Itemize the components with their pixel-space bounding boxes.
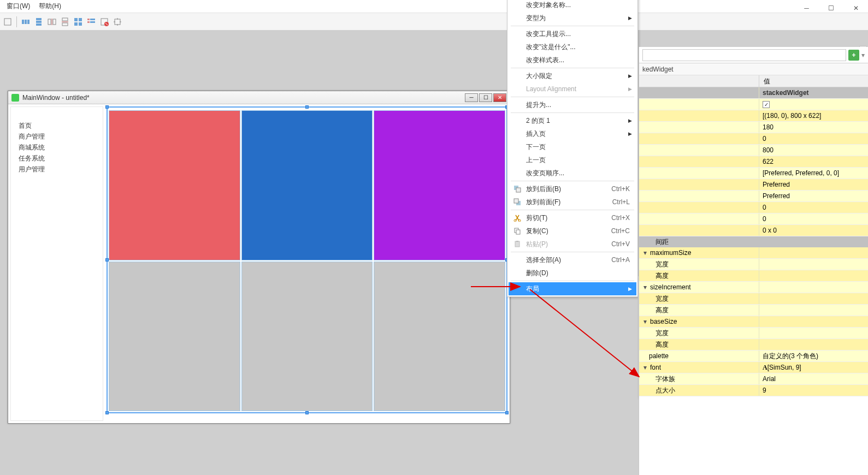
menu-layout-alignment: Layout Alignment▶ (509, 82, 636, 96)
design-minimize[interactable]: ─ (465, 93, 478, 102)
menu-morph-into[interactable]: 变型为▶ (509, 11, 636, 25)
layout-grid-icon[interactable] (73, 16, 84, 27)
property-row[interactable]: [Preferred, Preferred, 0, 0] (639, 168, 868, 179)
menu-change-page-order[interactable]: 改变页顺序... (509, 167, 636, 180)
property-toolbar: + ▾ (639, 47, 868, 63)
property-row[interactable]: 0 (639, 133, 868, 145)
property-row[interactable]: 高度 (639, 305, 868, 316)
widget-gray-2[interactable] (241, 262, 373, 412)
svg-rect-26 (516, 188, 521, 192)
menu-next-page[interactable]: 下一页 (509, 140, 636, 153)
toolbar (0, 13, 868, 31)
property-header: 值 (639, 75, 868, 87)
window-minimize[interactable]: ─ (794, 0, 819, 16)
layout-form-icon[interactable] (86, 16, 97, 27)
property-row[interactable]: ▾baseSize (639, 316, 868, 328)
menu-prev-page[interactable]: 上一页 (509, 153, 636, 167)
property-row[interactable]: Preferred (639, 179, 868, 191)
menu-copy[interactable]: 复制(C)Ctrl+C (509, 224, 636, 238)
menu-cut[interactable]: 剪切(T)Ctrl+X (509, 211, 636, 224)
menu-change-tooltip[interactable]: 改变工具提示... (509, 27, 636, 40)
window-controls: ─ ☐ ✕ (794, 0, 868, 16)
add-property-button[interactable]: + (848, 50, 859, 61)
svg-rect-1 (22, 20, 24, 24)
menu-delete[interactable]: 删除(D) (509, 266, 636, 280)
property-menu-button[interactable]: ▾ (861, 51, 865, 59)
svg-rect-19 (87, 21, 90, 23)
qt-logo-icon (11, 94, 19, 102)
widget-purple[interactable] (374, 110, 505, 260)
property-row[interactable]: 622 (639, 156, 868, 168)
bring-front-icon (513, 198, 522, 206)
property-row[interactable]: [(180, 0), 800 x 622] (639, 110, 868, 122)
svg-rect-15 (74, 22, 78, 26)
layout-horizontal-icon[interactable] (20, 16, 31, 27)
svg-rect-6 (36, 23, 42, 26)
property-table-lower: ▾maximumSize宽度高度▾sizeIncrement宽度高度▾baseS… (639, 247, 868, 396)
property-row[interactable]: 0 x 0 (639, 225, 868, 236)
layout-vertical-icon[interactable] (33, 16, 44, 27)
annotation-arrow-2 (524, 284, 650, 382)
widget-gray-3[interactable] (374, 262, 505, 412)
design-title: MainWindow - untitled* (22, 94, 462, 102)
property-row[interactable]: ▾maximumSize (639, 247, 868, 259)
toolbar-btn-1[interactable] (2, 16, 13, 27)
svg-rect-5 (36, 21, 42, 23)
layout-adjust-icon[interactable] (112, 16, 123, 27)
property-row[interactable]: 高度 (639, 270, 868, 282)
property-row[interactable]: 0 (639, 202, 868, 213)
property-row[interactable]: 宽度 (639, 328, 868, 339)
menu-size-constraints[interactable]: 大小限定▶ (509, 69, 636, 82)
svg-rect-17 (87, 19, 90, 20)
design-close[interactable]: ✕ (493, 93, 506, 102)
menu-bring-front[interactable]: 放到前面(F)Ctrl+L (509, 195, 636, 209)
property-row[interactable]: palette自定义的(3 个角色) (639, 351, 868, 362)
design-maximize[interactable]: ☐ (479, 93, 492, 102)
sidebar-widget[interactable]: 首页 商户管理 商城系统 任务系统 用户管理 (10, 106, 103, 421)
property-row[interactable]: 点大小9 (639, 385, 868, 396)
menu-window[interactable]: 窗口(W) (7, 2, 30, 11)
svg-rect-28 (514, 199, 518, 203)
menu-layout[interactable]: 布局▶ (509, 282, 636, 295)
svg-rect-18 (90, 19, 95, 20)
layout-splitv-icon[interactable] (60, 16, 70, 27)
context-menu: 改变对象名称... 变型为▶ 改变工具提示... 改变"这是什么"... 改变样… (507, 0, 638, 297)
property-row[interactable]: 高度 (639, 339, 868, 351)
widget-red[interactable] (109, 110, 240, 260)
property-row[interactable]: ▾sizeIncrement (639, 282, 868, 293)
menu-select-all[interactable]: 选择全部(A)Ctrl+A (509, 253, 636, 266)
widget-blue[interactable] (241, 110, 373, 260)
menu-change-stylesheet[interactable]: 改变样式表... (509, 54, 636, 67)
property-filter-input[interactable] (642, 49, 846, 61)
property-row[interactable]: 180 (639, 122, 868, 133)
svg-rect-2 (25, 20, 27, 24)
menu-page-info[interactable]: 2 的页 1▶ (509, 114, 636, 127)
svg-rect-13 (74, 18, 78, 21)
property-row[interactable]: 宽度 (639, 293, 868, 305)
widget-gray-1[interactable] (109, 262, 240, 412)
menu-help[interactable]: 帮助(H) (39, 2, 61, 11)
menu-change-object-name[interactable]: 改变对象名称... (509, 0, 636, 11)
menu-promote-to[interactable]: 提升为... (509, 98, 636, 111)
svg-line-60 (530, 289, 639, 377)
property-row[interactable]: ✓ (639, 99, 868, 110)
property-row[interactable]: 800 (639, 145, 868, 156)
property-row[interactable]: 0 (639, 213, 868, 225)
property-row[interactable]: 字体族Arial (639, 373, 868, 385)
layout-splith-icon[interactable] (46, 16, 57, 27)
menu-send-back[interactable]: 放到后面(B)Ctrl+K (509, 182, 636, 195)
stacked-widget[interactable]: ◂▸ (107, 106, 507, 413)
property-row[interactable]: 宽度 (639, 259, 868, 270)
property-row[interactable]: stackedWidget (639, 87, 868, 99)
menubar: 窗口(W) 帮助(H) (0, 0, 868, 13)
window-maximize[interactable]: ☐ (819, 0, 843, 16)
design-body: 首页 商户管理 商城系统 任务系统 用户管理 ◂▸ (8, 104, 510, 423)
object-class-label: kedWidget (639, 63, 868, 75)
property-row[interactable]: Preferred (639, 191, 868, 202)
svg-rect-3 (27, 20, 29, 24)
window-close[interactable]: ✕ (843, 0, 868, 16)
layout-break-icon[interactable] (99, 16, 110, 27)
property-row[interactable]: ▾fontA [SimSun, 9] (639, 362, 868, 373)
menu-change-whatsthis[interactable]: 改变"这是什么"... (509, 40, 636, 54)
menu-insert-page[interactable]: 插入页▶ (509, 127, 636, 140)
